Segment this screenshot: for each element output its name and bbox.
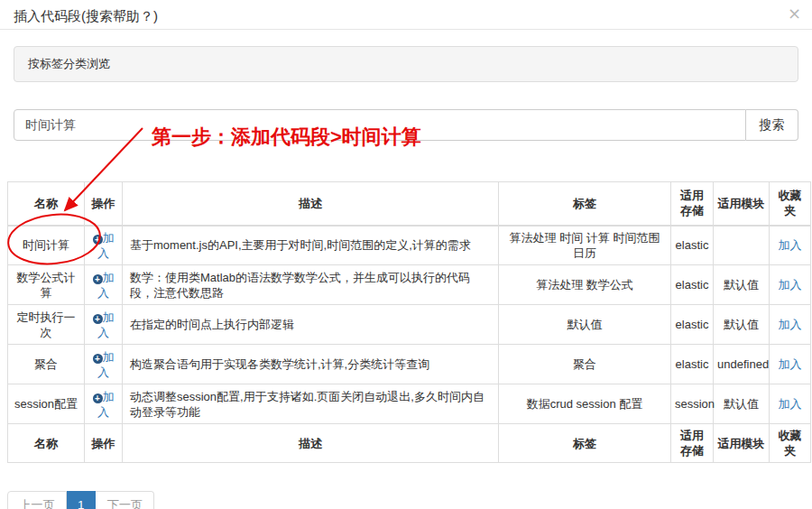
search-button[interactable]: 搜索 <box>746 109 798 141</box>
snippet-module: 默认值 <box>714 265 770 305</box>
favorite-cell: 加入 <box>770 226 811 265</box>
favorite-cell: 加入 <box>770 265 811 305</box>
snippet-storage: elastic <box>671 305 714 345</box>
table-row: session配置 +加入 动态调整session配置,用于支持诸如.页面关闭自… <box>8 384 811 424</box>
snippet-tags: 数据crud session 配置 <box>499 384 671 424</box>
add-snippet-link[interactable]: +加入 <box>93 390 115 419</box>
col-footer-storage: 适用存储 <box>671 424 714 463</box>
col-footer-name: 名称 <box>8 424 85 463</box>
modal-title: 插入代码段(搜索帮助？) <box>14 8 158 23</box>
snippet-name: 聚合 <box>8 345 85 384</box>
snippet-module: 默认值 <box>714 384 770 424</box>
close-icon[interactable]: × <box>788 5 801 22</box>
snippet-module: undefined <box>714 345 770 384</box>
col-header-action: 操作 <box>85 182 123 226</box>
table-row: 定时执行一次 +加入 在指定的时间点上执行内部逻辑 默认值 elastic 默认… <box>8 305 811 345</box>
add-favorite-link[interactable]: 加入 <box>779 357 802 371</box>
table-body: 时间计算 +加入 基于moment.js的API,主要用于对时间,时间范围的定义… <box>8 226 811 424</box>
snippet-tags: 聚合 <box>499 345 671 384</box>
table-row: 时间计算 +加入 基于moment.js的API,主要用于对时间,时间范围的定义… <box>8 226 811 265</box>
add-snippet-link[interactable]: +加入 <box>93 271 115 300</box>
plus-circle-icon: + <box>93 354 103 364</box>
snippet-description: 基于moment.js的API,主要用于对时间,时间范围的定义,计算的需求 <box>123 226 499 265</box>
snippet-name: session配置 <box>8 384 85 424</box>
action-cell: +加入 <box>85 226 123 265</box>
table-row: 聚合 +加入 构造聚合语句用于实现各类数学统计,计算,分类统计等查询 聚合 el… <box>8 345 811 384</box>
snippet-table-wrap: 名称 操作 描述 标签 适用存储 适用模块 收藏夹 时间计算 +加入 <box>7 181 806 463</box>
snippet-storage: session <box>671 384 714 424</box>
add-favorite-link[interactable]: 加入 <box>779 397 802 411</box>
snippet-tags: 默认值 <box>499 305 671 345</box>
tag-browse-panel-heading[interactable]: 按标签分类浏览 <box>14 47 798 81</box>
snippet-description: 动态调整session配置,用于支持诸如.页面关闭自动退出,多久时间内自动登录等… <box>123 384 499 424</box>
action-cell: +加入 <box>85 384 123 424</box>
favorite-cell: 加入 <box>770 345 811 384</box>
snippet-name: 定时执行一次 <box>8 305 85 345</box>
plus-circle-icon: + <box>93 314 103 324</box>
add-favorite-link[interactable]: 加入 <box>779 318 802 331</box>
col-footer-module: 适用模块 <box>714 424 770 463</box>
pagination-next-button[interactable]: 下一页 <box>96 491 154 509</box>
snippet-module <box>714 226 770 265</box>
plus-circle-icon: + <box>93 235 103 245</box>
snippet-storage: elastic <box>671 226 714 265</box>
snippet-description: 在指定的时间点上执行内部逻辑 <box>123 305 499 345</box>
col-header-description: 描述 <box>123 182 499 226</box>
col-header-tags: 标签 <box>499 182 671 226</box>
snippet-storage: elastic <box>671 345 714 384</box>
add-snippet-link[interactable]: +加入 <box>93 350 115 379</box>
snippet-tags: 算法处理 时间 计算 时间范围 日历 <box>499 226 671 265</box>
action-cell: +加入 <box>85 305 123 345</box>
modal-header: 插入代码段(搜索帮助？) × <box>0 0 812 30</box>
snippet-storage: elastic <box>671 265 714 305</box>
snippet-name: 时间计算 <box>8 226 85 265</box>
plus-circle-icon: + <box>93 393 103 403</box>
pagination-page-1-button[interactable]: 1 <box>67 491 96 509</box>
add-snippet-link[interactable]: +加入 <box>93 310 115 339</box>
snippet-module: 默认值 <box>714 305 770 345</box>
col-header-name: 名称 <box>8 182 85 226</box>
favorite-cell: 加入 <box>770 305 811 345</box>
add-snippet-link[interactable]: +加入 <box>93 231 115 260</box>
plus-circle-icon: + <box>93 274 103 284</box>
pagination-prev-button[interactable]: 上一页 <box>7 491 67 509</box>
col-footer-favorite: 收藏夹 <box>770 424 811 463</box>
action-cell: +加入 <box>85 345 123 384</box>
tutorial-annotation-text: 第一步：添加代码段>时间计算 <box>152 124 421 151</box>
snippet-name: 数学公式计算 <box>8 265 85 305</box>
action-cell: +加入 <box>85 265 123 305</box>
snippet-description: 构造聚合语句用于实现各类数学统计,计算,分类统计等查询 <box>123 345 499 384</box>
col-header-favorite: 收藏夹 <box>770 182 811 226</box>
table-row: 数学公式计算 +加入 数学：使用类Matlab的语法数学数学公式，并生成可以执行… <box>8 265 811 305</box>
col-header-storage: 适用存储 <box>671 182 714 226</box>
table-footer: 名称 操作 描述 标签 适用存储 适用模块 收藏夹 <box>8 424 811 463</box>
col-footer-action: 操作 <box>85 424 123 463</box>
col-header-module: 适用模块 <box>714 182 770 226</box>
add-favorite-link[interactable]: 加入 <box>779 238 802 252</box>
favorite-cell: 加入 <box>770 384 811 424</box>
col-footer-description: 描述 <box>123 424 499 463</box>
tag-browse-panel: 按标签分类浏览 <box>14 46 798 82</box>
table-header: 名称 操作 描述 标签 适用存储 适用模块 收藏夹 <box>8 182 811 226</box>
snippet-description: 数学：使用类Matlab的语法数学数学公式，并生成可以执行的代码段，注意代数思路 <box>123 265 499 305</box>
col-footer-tags: 标签 <box>499 424 671 463</box>
add-favorite-link[interactable]: 加入 <box>779 278 802 292</box>
snippet-table: 名称 操作 描述 标签 适用存储 适用模块 收藏夹 时间计算 +加入 <box>7 181 811 463</box>
snippet-tags: 算法处理 数学公式 <box>499 265 671 305</box>
pagination: 上一页 1 下一页 <box>7 491 154 509</box>
insert-snippet-modal: 插入代码段(搜索帮助？) × 按标签分类浏览 搜索 名称 操作 描述 标签 适用… <box>0 0 812 509</box>
